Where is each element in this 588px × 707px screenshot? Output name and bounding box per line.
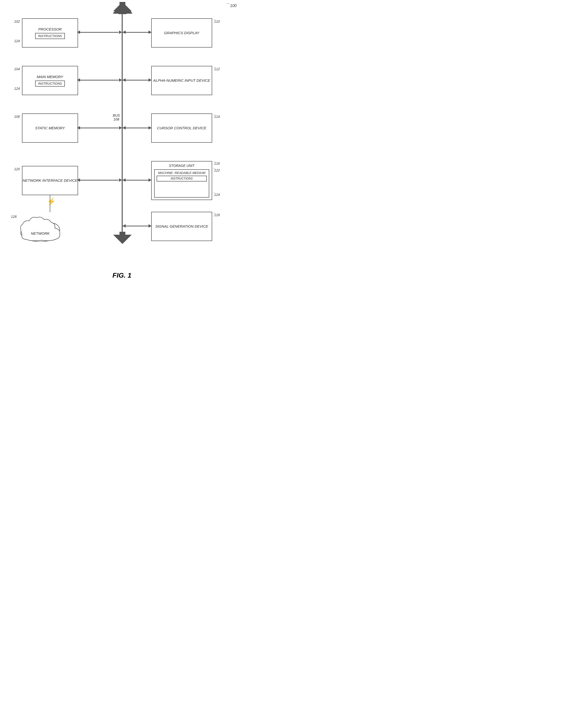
cursor-connector (123, 128, 151, 128)
static-memory-box: STATIC MEMORY (22, 113, 78, 143)
graphics-arrow-left (123, 31, 126, 34)
top-ref-label: 100 (230, 4, 237, 8)
processor-inner-ref: 124 (14, 39, 20, 43)
network-if-connector (77, 180, 118, 180)
alpha-numeric-box: ALPHA-NUMERIC INPUT DEVICE (151, 66, 212, 95)
main-memory-box: MAIN MEMORY INSTRUCTIONS (22, 66, 78, 95)
cursor-arrow-left (123, 126, 126, 130)
static-connector (77, 128, 118, 128)
processor-arrow-right (119, 31, 122, 34)
cursor-control-label: CURSOR CONTROL DEVICE (157, 126, 206, 131)
storage-unit-label: STORAGE UNIT (169, 164, 195, 168)
bus-line (122, 8, 123, 243)
processor-arrow-left (77, 31, 80, 34)
signal-arrow-left (123, 224, 126, 228)
network-interface-ref: 120 (14, 167, 20, 171)
machine-readable-label: MACHINE- READABLE MEDIUM (157, 171, 207, 175)
processor-instructions: INSTRUCTIONS (35, 33, 65, 39)
network-if-arrow-right (119, 178, 122, 182)
svg-text:NETWORK: NETWORK (31, 231, 50, 235)
alpha-numeric-label: ALPHA-NUMERIC INPUT DEVICE (153, 78, 210, 83)
processor-connector (77, 32, 118, 33)
signal-connector (123, 226, 151, 226)
graphics-display-box: GRAPHICS DISPLAY (151, 18, 212, 47)
alpha-connector (123, 80, 151, 80)
memory-connector (77, 80, 118, 80)
svg-marker-6 (113, 235, 132, 244)
static-arrow-right (119, 126, 122, 130)
lightning-icon: ⚡ (47, 197, 56, 206)
storage-instructions: INSTRUCTIONS (157, 176, 207, 181)
signal-generation-label: SIGNAL GENERATION DEVICE (155, 224, 208, 229)
static-memory-label: STATIC MEMORY (35, 126, 65, 131)
down-arrow (113, 232, 132, 245)
cursor-arrow-right (148, 126, 151, 130)
storage-unit-box: STORAGE UNIT MACHINE- READABLE MEDIUM IN… (151, 161, 212, 200)
storage-connector (123, 180, 151, 180)
network-cloud: NETWORK (17, 212, 63, 242)
graphics-connector (123, 32, 151, 33)
network-interface-label: NETWORK INTERFACE DEVICE (23, 178, 77, 183)
main-memory-label: MAIN MEMORY (37, 74, 63, 79)
memory-arrow-right (119, 78, 122, 82)
main-memory-inner-ref: 124 (14, 87, 20, 91)
network-if-arrow-left (77, 178, 80, 182)
network-ref: 126 (11, 215, 16, 218)
storage-arrow-right (148, 178, 151, 182)
alpha-arrow-left (123, 78, 126, 82)
main-memory-instructions: INSTRUCTIONS (35, 80, 65, 87)
signal-generation-box: SIGNAL GENERATION DEVICE (151, 212, 212, 241)
main-memory-ref: 104 (14, 67, 20, 71)
memory-arrow-left (77, 78, 80, 82)
alpha-arrow-right (148, 78, 151, 82)
static-arrow-left (77, 126, 80, 130)
processor-box: PROCESSOR INSTRUCTIONS (22, 18, 78, 47)
signal-arrow-right (148, 224, 151, 228)
bus-label: BUS 108 (110, 113, 123, 121)
cursor-control-box: CURSOR CONTROL DEVICE (151, 113, 212, 143)
graphics-display-label: GRAPHICS DISPLAY (164, 31, 200, 35)
figure-label: FIG. 1 (0, 272, 244, 279)
processor-ref: 102 (14, 20, 20, 24)
up-arrow (113, 2, 132, 15)
static-memory-ref: 106 (14, 115, 20, 119)
storage-arrow-left (123, 178, 126, 182)
diagram: 100 ⌒ BUS 108 PROCESSOR INSTRUCTIONS 102… (0, 0, 244, 280)
graphics-arrow-right (148, 31, 151, 34)
processor-label: PROCESSOR (38, 27, 62, 32)
network-interface-box: NETWORK INTERFACE DEVICE (22, 166, 78, 195)
network-vertical-line (50, 195, 50, 212)
